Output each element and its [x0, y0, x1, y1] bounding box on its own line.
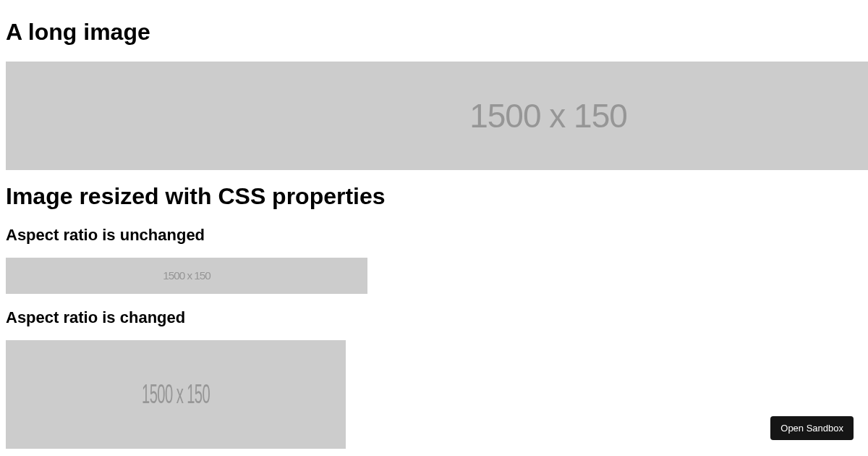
heading-resized-css: Image resized with CSS properties [6, 183, 862, 210]
open-sandbox-button[interactable]: Open Sandbox [770, 416, 854, 440]
placeholder-text: 1500 x 150 [469, 96, 627, 135]
placeholder-text: 1500 x 150 [163, 269, 210, 282]
placeholder-image-small-unchanged: 1500 x 150 [6, 258, 367, 294]
heading-long-image: A long image [6, 19, 862, 46]
placeholder-image-small-changed: 1500 x 150 [6, 340, 346, 449]
placeholder-image-long: 1500 x 150 [6, 62, 868, 170]
placeholder-text: 1500 x 150 [142, 379, 210, 410]
heading-aspect-changed: Aspect ratio is changed [6, 308, 862, 327]
heading-aspect-unchanged: Aspect ratio is unchanged [6, 226, 862, 245]
